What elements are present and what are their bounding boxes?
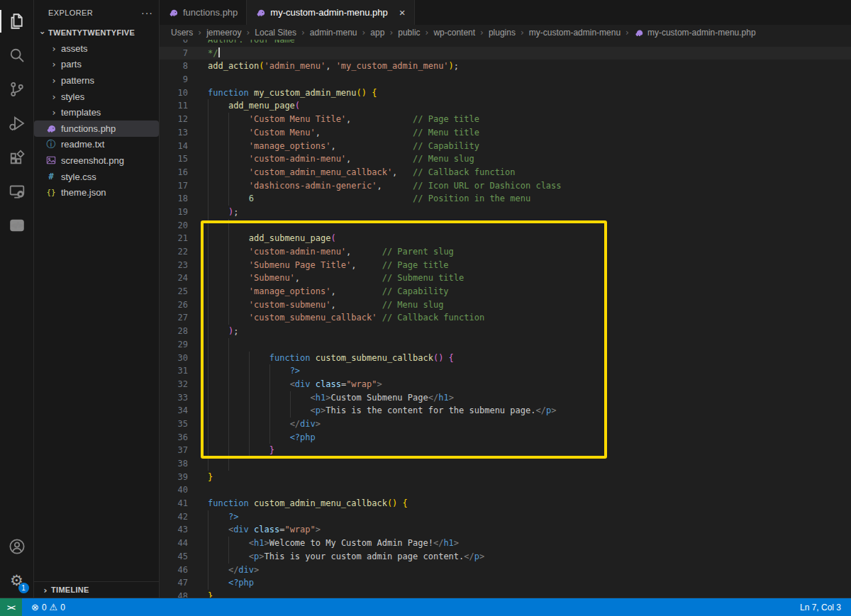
sidebar-item-patterns[interactable]: ›patterns — [34, 72, 159, 89]
remote-indicator[interactable]: >< — [0, 598, 22, 616]
code-line-18[interactable]: 18 6 // Position in the menu — [160, 192, 851, 206]
code-line-34[interactable]: 34 <p>This is the content for the submen… — [160, 404, 851, 418]
sidebar-item-styles[interactable]: ›styles — [34, 89, 159, 105]
code-line-14[interactable]: 14 'manage_options', // Capability — [160, 140, 851, 153]
editor[interactable]: 6Author: Your Name7*/8add_action('admin_… — [160, 40, 851, 598]
sidebar-item-assets[interactable]: ›assets — [34, 40, 159, 57]
sidebar-item-screenshot.png[interactable]: screenshot.png — [34, 152, 159, 169]
code-line-42[interactable]: 42 ?> — [160, 510, 851, 524]
breadcrumb-item[interactable]: Local Sites — [255, 28, 296, 38]
code-line-36[interactable]: 36 <?php — [160, 431, 851, 444]
code-line-23[interactable]: 23 'Submenu Page Title', // Page title — [160, 259, 851, 272]
code-line-38[interactable]: 38 — [160, 457, 851, 471]
indent-guide — [228, 285, 249, 298]
code-preview-icon[interactable]: </> — [0, 208, 34, 242]
chevron-right-icon: › — [48, 107, 60, 118]
line-content: } — [188, 590, 213, 598]
line-content: <?php — [188, 431, 316, 444]
sidebar-header: EXPLORER ··· — [34, 0, 159, 25]
code-line-28[interactable]: 28 ); — [160, 325, 851, 338]
breadcrumb-item[interactable]: my-custom-admin-menu — [529, 28, 621, 38]
code-line-46[interactable]: 46 </div> — [160, 564, 851, 577]
code-line-20[interactable]: 20 — [160, 219, 851, 233]
breadcrumb-item[interactable]: jemeeroy — [206, 28, 241, 38]
extensions-icon[interactable] — [0, 140, 34, 174]
sidebar-root-folder[interactable]: › TWENTYTWENTYFIVE — [34, 25, 159, 40]
code-line-11[interactable]: 11 add_menu_page( — [160, 99, 851, 113]
code-line-17[interactable]: 17 'dashicons-admin-generic', // Icon UR… — [160, 179, 851, 193]
code-line-48[interactable]: 48} — [160, 590, 851, 598]
code-line-6[interactable]: 6Author: Your Name — [160, 40, 851, 47]
code-line-15[interactable]: 15 'custom-admin-menu', // Menu slug — [160, 152, 851, 166]
close-icon[interactable]: × — [399, 7, 406, 18]
code-line-27[interactable]: 27 'custom_submenu_callback' // Callback… — [160, 311, 851, 325]
code-line-31[interactable]: 31 ?> — [160, 364, 851, 378]
php-file-icon — [634, 28, 644, 38]
tab-functions-php[interactable]: functions.php — [160, 0, 247, 25]
code-line-13[interactable]: 13 'Custom Menu', // Menu title — [160, 126, 851, 140]
source-control-icon[interactable] — [0, 72, 34, 106]
code-line-24[interactable]: 24 'Submenu', // Submenu title — [160, 271, 851, 285]
breadcrumb-item[interactable]: plugins — [489, 28, 516, 38]
remote-explorer-icon[interactable] — [0, 174, 34, 208]
sidebar-item-parts[interactable]: ›parts — [34, 57, 159, 73]
php-file-icon — [255, 7, 266, 18]
code-line-8[interactable]: 8add_action('admin_menu', 'my_custom_adm… — [160, 60, 851, 73]
code-line-7[interactable]: 7*/ — [160, 47, 851, 60]
breadcrumb-file[interactable]: my-custom-admin-menu.php — [634, 28, 756, 38]
indent-guide — [208, 364, 228, 378]
breadcrumb-item[interactable]: public — [398, 28, 420, 38]
code-line-37[interactable]: 37 } — [160, 444, 851, 457]
code-line-16[interactable]: 16 'custom_admin_menu_callback', // Call… — [160, 166, 851, 179]
explorer-icon[interactable] — [0, 4, 34, 38]
line-content: function my_custom_admin_menu() { — [188, 86, 377, 100]
code-line-32[interactable]: 32 <div class="wrap"> — [160, 378, 851, 391]
code-line-22[interactable]: 22 'custom-admin-menu', // Parent slug — [160, 245, 851, 259]
code-line-35[interactable]: 35 </div> — [160, 418, 851, 431]
sidebar-item-readme.txt[interactable]: ⓘreadme.txt — [34, 137, 159, 153]
code-line-30[interactable]: 30 function custom_submenu_callback() { — [160, 352, 851, 365]
code-line-26[interactable]: 26 'custom-submenu', // Menu slug — [160, 298, 851, 312]
code-line-12[interactable]: 12 'Custom Menu Title', // Page title — [160, 113, 851, 126]
file-label: style.css — [61, 172, 96, 182]
tab-my-custom-admin-menu-php[interactable]: my-custom-admin-menu.php × — [247, 0, 414, 25]
code-line-29[interactable]: 29 — [160, 338, 851, 352]
chevron-right-icon: › — [48, 91, 60, 102]
breadcrumb-item[interactable]: Users — [171, 28, 193, 38]
code-line-25[interactable]: 25 'manage_options', // Capability — [160, 285, 851, 298]
breadcrumb-item[interactable]: wp-content — [433, 28, 475, 38]
indent-guide — [228, 391, 249, 405]
code-line-45[interactable]: 45 <p>This is your custom admin page con… — [160, 550, 851, 564]
problems-status[interactable]: ⊗ 0 ⚠ 0 — [31, 602, 65, 612]
sidebar-item-style.css[interactable]: #style.css — [34, 169, 159, 185]
code-line-40[interactable]: 40 — [160, 483, 851, 497]
code-line-41[interactable]: 41function custom_admin_menu_callback() … — [160, 497, 851, 510]
code-line-10[interactable]: 10function my_custom_admin_menu() { — [160, 86, 851, 100]
code-line-44[interactable]: 44 <h1>Welcome to My Custom Admin Page!<… — [160, 537, 851, 550]
code-line-19[interactable]: 19 ); — [160, 206, 851, 219]
code-line-39[interactable]: 39} — [160, 471, 851, 484]
run-debug-icon[interactable] — [0, 106, 34, 140]
more-actions-icon[interactable]: ··· — [141, 7, 153, 18]
indent-guide — [208, 99, 228, 113]
breadcrumb-item[interactable]: admin-menu — [310, 28, 357, 38]
timeline-section[interactable]: › TIMELINE — [34, 581, 159, 598]
indent-guide — [228, 113, 249, 126]
settings-gear-icon[interactable]: ⚙ 1 — [0, 564, 34, 598]
code-line-33[interactable]: 33 <h1>Custom Submenu Page</h1> — [160, 391, 851, 405]
code-line-43[interactable]: 43 <div class="wrap"> — [160, 523, 851, 537]
account-icon[interactable] — [0, 530, 34, 564]
line-content: <div class="wrap"> — [188, 523, 321, 537]
cursor-position[interactable]: Ln 7, Col 3 — [800, 603, 841, 612]
sidebar-item-functions.php[interactable]: functions.php — [34, 121, 159, 137]
breadcrumb-item[interactable]: app — [370, 28, 384, 38]
editor-group: functions.php my-custom-admin-menu.php ×… — [160, 0, 851, 598]
code-line-21[interactable]: 21 add_submenu_page( — [160, 232, 851, 245]
code-line-47[interactable]: 47 <?php — [160, 576, 851, 590]
search-icon[interactable] — [0, 38, 34, 72]
code-line-9[interactable]: 9 — [160, 73, 851, 86]
indent-guide — [208, 245, 228, 259]
sidebar-item-templates[interactable]: ›templates — [34, 104, 159, 121]
indent-guide — [208, 219, 228, 233]
sidebar-item-theme.json[interactable]: {}theme.json — [34, 184, 159, 201]
